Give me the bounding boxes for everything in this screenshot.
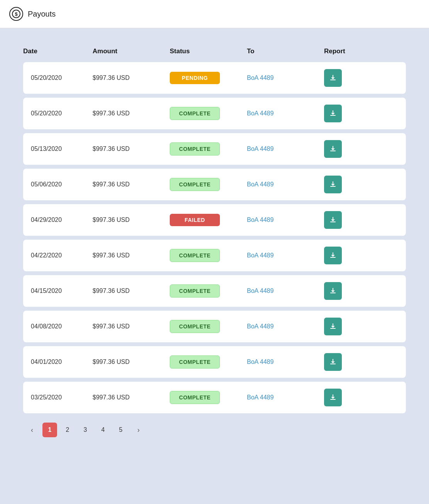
download-report-button[interactable] [324,247,342,264]
to-link[interactable]: BoA 4489 [247,288,274,294]
cell-report [324,105,370,122]
download-report-button[interactable] [324,282,342,300]
cell-to: BoA 4489 [247,145,324,152]
table-row: 05/06/2020 $997.36 USD COMPLETE BoA 4489 [23,169,406,200]
status-badge: COMPLETE [170,249,220,262]
cell-report [324,211,370,229]
cell-status: FAILED [170,214,247,226]
to-link[interactable]: BoA 4489 [247,359,274,365]
download-report-button[interactable] [324,353,342,371]
to-link[interactable]: BoA 4489 [247,110,274,117]
page-1-button[interactable]: 1 [42,423,57,437]
cell-date: 05/20/2020 [23,110,93,117]
download-report-button[interactable] [324,69,342,87]
page-2-button[interactable]: 2 [60,423,75,437]
cell-to: BoA 4489 [247,323,324,330]
cell-status: COMPLETE [170,107,247,120]
page-5-button[interactable]: 5 [113,423,128,437]
cell-report [324,176,370,193]
download-icon [329,145,336,152]
cell-to: BoA 4489 [247,74,324,81]
table-header-row: Date Amount Status To Report [23,44,406,62]
table-row: 04/22/2020 $997.36 USD COMPLETE BoA 4489 [23,240,406,271]
status-badge: COMPLETE [170,284,220,298]
status-badge: FAILED [170,214,220,226]
download-report-button[interactable] [324,140,342,158]
download-report-button[interactable] [324,211,342,229]
cell-amount: $997.36 USD [93,145,170,152]
cell-amount: $997.36 USD [93,288,170,294]
cell-status: COMPLETE [170,355,247,369]
page-title: Payouts [28,10,56,19]
cell-amount: $997.36 USD [93,216,170,223]
cell-status: COMPLETE [170,284,247,298]
download-icon [329,323,336,330]
download-icon [329,359,336,365]
prev-page-button[interactable]: ‹ [25,423,39,437]
column-header-report: Report [324,47,370,55]
download-icon [329,110,336,117]
to-link[interactable]: BoA 4489 [247,394,274,401]
page-3-button[interactable]: 3 [78,423,93,437]
status-badge: COMPLETE [170,320,220,333]
cell-amount: $997.36 USD [93,252,170,259]
cell-report [324,318,370,335]
status-badge: COMPLETE [170,391,220,404]
cell-date: 05/13/2020 [23,145,93,152]
cell-status: COMPLETE [170,178,247,191]
download-report-button[interactable] [324,318,342,335]
cell-amount: $997.36 USD [93,359,170,365]
table-row: 03/25/2020 $997.36 USD COMPLETE BoA 4489 [23,382,406,413]
to-link[interactable]: BoA 4489 [247,181,274,188]
cell-amount: $997.36 USD [93,74,170,81]
cell-date: 04/29/2020 [23,216,93,223]
cell-report [324,140,370,158]
download-icon [329,288,336,294]
cell-date: 04/15/2020 [23,288,93,294]
cell-date: 04/08/2020 [23,323,93,330]
status-badge: COMPLETE [170,355,220,369]
to-link[interactable]: BoA 4489 [247,252,274,259]
column-header-date: Date [23,47,93,55]
table-row: 04/15/2020 $997.36 USD COMPLETE BoA 4489 [23,275,406,307]
cell-to: BoA 4489 [247,181,324,188]
download-report-button[interactable] [324,105,342,122]
status-badge: PENDING [170,72,220,84]
cell-date: 05/20/2020 [23,74,93,81]
cell-to: BoA 4489 [247,288,324,294]
download-report-button[interactable] [324,176,342,193]
cell-status: PENDING [170,72,247,84]
to-link[interactable]: BoA 4489 [247,74,274,81]
cell-report [324,389,370,406]
pagination: ‹ 1 2 3 4 5 › [23,423,406,437]
table-row: 04/01/2020 $997.36 USD COMPLETE BoA 4489 [23,346,406,378]
table-body: 05/20/2020 $997.36 USD PENDING BoA 4489 … [23,62,406,413]
cell-status: COMPLETE [170,391,247,404]
status-badge: COMPLETE [170,142,220,156]
column-header-status: Status [170,47,247,55]
cell-date: 04/22/2020 [23,252,93,259]
cell-to: BoA 4489 [247,110,324,117]
status-badge: COMPLETE [170,178,220,191]
download-report-button[interactable] [324,389,342,406]
payouts-table: Date Amount Status To Report 05/20/2020 … [23,44,406,413]
cell-report [324,247,370,264]
cell-amount: $997.36 USD [93,110,170,117]
to-link[interactable]: BoA 4489 [247,216,274,223]
next-page-button[interactable]: › [131,423,146,437]
cell-date: 05/06/2020 [23,181,93,188]
cell-to: BoA 4489 [247,394,324,401]
cell-amount: $997.36 USD [93,323,170,330]
to-link[interactable]: BoA 4489 [247,323,274,330]
cell-to: BoA 4489 [247,216,324,223]
cell-to: BoA 4489 [247,359,324,365]
download-icon [329,252,336,259]
cell-amount: $997.36 USD [93,394,170,401]
cell-to: BoA 4489 [247,252,324,259]
page-4-button[interactable]: 4 [96,423,110,437]
to-link[interactable]: BoA 4489 [247,145,274,152]
app-header: $ Payouts [0,0,429,28]
cell-status: COMPLETE [170,320,247,333]
cell-date: 03/25/2020 [23,394,93,401]
main-content: Date Amount Status To Report 05/20/2020 … [0,28,429,504]
